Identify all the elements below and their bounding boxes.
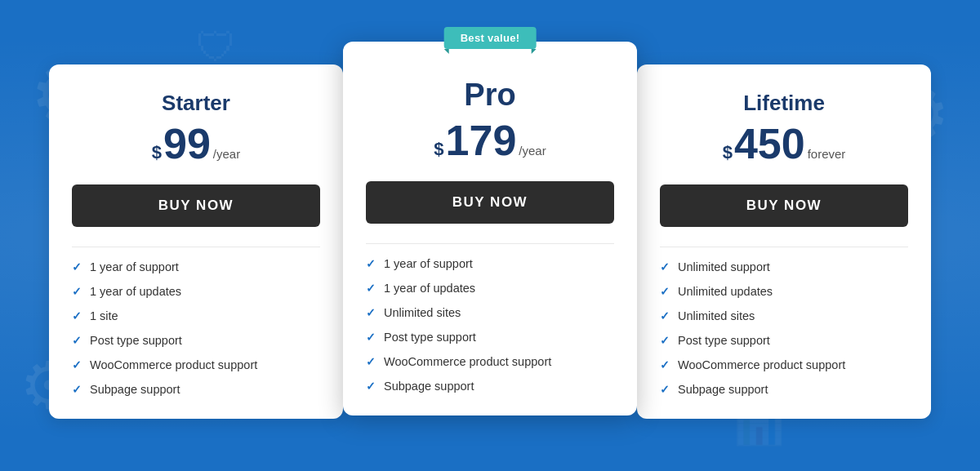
price-amount-starter: 99 (163, 122, 211, 165)
list-item: ✓ Post type support (366, 331, 614, 344)
feature-text: Subpage support (384, 380, 474, 393)
check-icon: ✓ (366, 380, 376, 393)
feature-text: 1 site (90, 309, 118, 322)
list-item: ✓ Post type support (660, 334, 908, 347)
list-item: ✓ Unlimited support (660, 260, 908, 273)
price-row-starter: $ 99 /year (72, 122, 320, 165)
price-row-pro: $ 179 /year (366, 119, 614, 162)
divider-lifetime (660, 247, 908, 247)
list-item: ✓ Subpage support (366, 380, 614, 393)
price-symbol-lifetime: $ (723, 142, 733, 163)
price-period-starter: /year (213, 147, 240, 161)
feature-text: 1 year of updates (384, 282, 475, 295)
feature-text: Unlimited sites (678, 309, 755, 322)
list-item: ✓ WooCommerce product support (660, 358, 908, 371)
check-icon: ✓ (660, 309, 670, 322)
check-icon: ✓ (72, 285, 82, 298)
feature-text: Post type support (384, 331, 476, 344)
check-icon: ✓ (72, 309, 82, 322)
feature-list-starter: ✓ 1 year of support ✓ 1 year of updates … (72, 260, 320, 396)
feature-text: Unlimited sites (384, 306, 461, 319)
check-icon: ✓ (366, 282, 376, 295)
list-item: ✓ 1 year of support (366, 257, 614, 270)
feature-text: 1 year of updates (90, 285, 181, 298)
list-item: ✓ Unlimited updates (660, 285, 908, 298)
check-icon: ✓ (366, 257, 376, 270)
feature-text: 1 year of support (90, 260, 179, 273)
price-amount-lifetime: 450 (734, 122, 805, 165)
feature-list-lifetime: ✓ Unlimited support ✓ Unlimited updates … (660, 260, 908, 396)
list-item: ✓ Unlimited sites (366, 306, 614, 319)
list-item: ✓ 1 year of support (72, 260, 320, 273)
check-icon: ✓ (72, 260, 82, 273)
check-icon: ✓ (660, 260, 670, 273)
plan-card-pro: Best value! Pro $ 179 /year BUY NOW ✓ 1 … (343, 42, 637, 415)
feature-text: Subpage support (678, 383, 768, 396)
list-item: ✓ 1 site (72, 309, 320, 322)
check-icon: ✓ (72, 334, 82, 347)
check-icon: ✓ (660, 285, 670, 298)
divider-starter (72, 247, 320, 247)
plan-name-lifetime: Lifetime (660, 91, 908, 116)
list-item: ✓ 1 year of updates (72, 285, 320, 298)
plan-name-pro: Pro (366, 78, 614, 113)
feature-text: WooCommerce product support (678, 358, 845, 371)
price-symbol-starter: $ (152, 142, 162, 163)
feature-text: Post type support (90, 334, 182, 347)
price-period-lifetime: forever (808, 147, 846, 161)
list-item: ✓ Post type support (72, 334, 320, 347)
feature-text: Unlimited updates (678, 285, 773, 298)
list-item: ✓ 1 year of updates (366, 282, 614, 295)
feature-text: WooCommerce product support (90, 358, 257, 371)
plan-name-starter: Starter (72, 91, 320, 116)
feature-text: Unlimited support (678, 260, 770, 273)
buy-button-lifetime[interactable]: BUY NOW (660, 184, 908, 227)
buy-button-pro[interactable]: BUY NOW (366, 181, 614, 224)
buy-button-starter[interactable]: BUY NOW (72, 184, 320, 227)
list-item: ✓ Unlimited sites (660, 309, 908, 322)
feature-list-pro: ✓ 1 year of support ✓ 1 year of updates … (366, 257, 614, 393)
check-icon: ✓ (72, 358, 82, 371)
check-icon: ✓ (660, 334, 670, 347)
price-period-pro: /year (519, 144, 546, 158)
list-item: ✓ WooCommerce product support (366, 355, 614, 368)
feature-text: Post type support (678, 334, 770, 347)
plan-card-lifetime: Lifetime $ 450 forever BUY NOW ✓ Unlimit… (637, 64, 931, 419)
check-icon: ✓ (366, 306, 376, 319)
feature-text: 1 year of support (384, 257, 473, 270)
divider-pro (366, 243, 614, 244)
check-icon: ✓ (366, 331, 376, 344)
price-symbol-pro: $ (434, 139, 443, 160)
check-icon: ✓ (72, 383, 82, 396)
list-item: ✓ Subpage support (72, 383, 320, 396)
check-icon: ✓ (366, 355, 376, 368)
price-amount-pro: 179 (446, 119, 517, 162)
check-icon: ✓ (660, 358, 670, 371)
list-item: ✓ WooCommerce product support (72, 358, 320, 371)
plan-card-starter: Starter $ 99 /year BUY NOW ✓ 1 year of s… (49, 64, 343, 419)
check-icon: ✓ (660, 383, 670, 396)
price-row-lifetime: $ 450 forever (660, 122, 908, 165)
pricing-section: Starter $ 99 /year BUY NOW ✓ 1 year of s… (0, 20, 980, 451)
list-item: ✓ Subpage support (660, 383, 908, 396)
feature-text: Subpage support (90, 383, 180, 396)
feature-text: WooCommerce product support (384, 355, 551, 368)
best-value-badge: Best value! (444, 27, 537, 49)
